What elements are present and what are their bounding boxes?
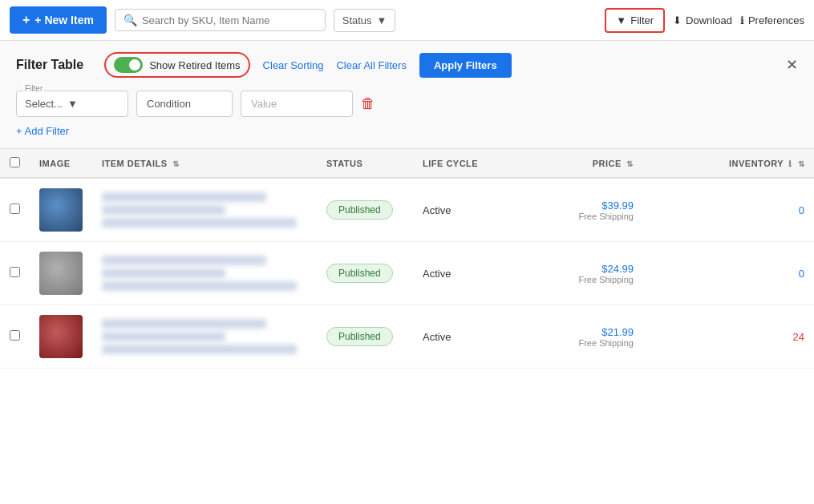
download-label: Download: [686, 14, 732, 26]
status-badge-2: Published: [326, 264, 393, 283]
show-retired-toggle[interactable]: [114, 57, 143, 73]
row-checkbox-3[interactable]: [10, 330, 20, 341]
table-row: Published Active $39.99 Free Shipping 0: [0, 178, 814, 242]
filter-label: Filter: [630, 14, 654, 26]
free-shipping-label-1: Free Shipping: [519, 212, 634, 221]
filter-field-label: Filter: [23, 84, 44, 93]
table-row: Published Active $24.99 Free Shipping 0: [0, 242, 814, 305]
close-filter-panel-button[interactable]: ✕: [786, 56, 798, 74]
status-badge-3: Published: [326, 327, 393, 346]
inventory-value-1: 0: [799, 204, 804, 216]
inventory-info-icon: ℹ: [788, 159, 792, 168]
row-inventory-cell: 0: [643, 242, 814, 305]
filter-panel: Filter Table Show Retired Items Clear So…: [0, 41, 814, 149]
search-box: 🔍: [115, 9, 326, 31]
filter-value-input[interactable]: Value: [241, 91, 353, 117]
row-inventory-cell: 0: [643, 178, 814, 242]
status-dropdown[interactable]: Status ▼: [334, 9, 396, 32]
status-label: Status: [342, 14, 372, 26]
show-retired-label: Show Retired Items: [149, 59, 240, 71]
row-checkbox-cell: [0, 305, 30, 369]
download-button[interactable]: ⬇ Download: [673, 14, 732, 26]
filter-panel-header: Filter Table Show Retired Items Clear So…: [16, 52, 798, 78]
item-detail-line-2: [102, 205, 225, 215]
filter-panel-title: Filter Table: [16, 58, 83, 72]
price-sort-icon: ⇅: [626, 159, 634, 168]
row-lifecycle-cell: Active: [413, 178, 509, 242]
row-checkbox-cell: [0, 242, 30, 305]
free-shipping-label-3: Free Shipping: [519, 338, 634, 348]
row-image-cell: [30, 242, 92, 305]
item-image-1: [39, 188, 83, 232]
item-image-2: [39, 252, 83, 295]
item-detail-line-1: [102, 192, 266, 202]
item-detail-line-3: [102, 345, 297, 354]
price-value-2: $24.99: [519, 263, 634, 275]
row-checkbox-2[interactable]: [10, 267, 20, 277]
new-item-button[interactable]: + + New Item: [10, 6, 107, 34]
col-item-details[interactable]: ITEM DETAILS ⇅: [92, 149, 317, 178]
row-item-details-cell: [92, 178, 317, 242]
row-price-cell: $24.99 Free Shipping: [509, 242, 643, 305]
row-status-cell: Published: [317, 178, 413, 242]
row-checkbox-cell: [0, 178, 30, 242]
col-life-cycle: LIFE CYCLE: [413, 149, 509, 178]
row-status-cell: Published: [317, 242, 413, 305]
col-status: STATUS: [317, 149, 413, 178]
table-row: Published Active $21.99 Free Shipping 24: [0, 305, 814, 369]
search-icon: 🔍: [124, 14, 137, 26]
filter-condition-input[interactable]: Condition: [136, 91, 233, 117]
row-price-cell: $21.99 Free Shipping: [509, 305, 643, 369]
chevron-down-icon: ▼: [377, 14, 387, 26]
item-detail-line-3: [102, 281, 297, 291]
toolbar: + + New Item 🔍 Status ▼ ▼ Filter ⬇ Downl…: [0, 0, 814, 41]
filter-select[interactable]: Select... ▼: [25, 98, 119, 110]
add-filter-button[interactable]: + Add Filter: [16, 125, 69, 137]
filter-icon: ▼: [616, 14, 626, 26]
price-value-1: $39.99: [519, 200, 634, 212]
plus-icon: +: [22, 13, 30, 27]
status-badge-1: Published: [326, 200, 393, 220]
item-detail-line-1: [102, 319, 266, 329]
clear-all-filters-button[interactable]: Clear All Filters: [336, 59, 406, 71]
new-item-label: + New Item: [34, 14, 94, 26]
row-item-details-cell: [92, 305, 317, 369]
col-inventory[interactable]: INVENTORY ℹ ⇅: [643, 149, 814, 178]
item-detail-line-2: [102, 268, 225, 278]
table-container: IMAGE ITEM DETAILS ⇅ STATUS LIFE CYCLE P…: [0, 149, 814, 369]
col-image: IMAGE: [30, 149, 92, 178]
col-price[interactable]: PRICE ⇅: [509, 149, 643, 178]
inventory-value-2: 0: [799, 268, 804, 280]
info-circle-icon: ℹ: [740, 14, 744, 26]
filter-row: Filter Select... ▼ Condition Value 🗑: [16, 91, 798, 117]
item-detail-line-3: [102, 218, 297, 228]
row-lifecycle-cell: Active: [413, 305, 509, 369]
preferences-label: Preferences: [748, 14, 804, 26]
download-icon: ⬇: [673, 14, 682, 26]
row-lifecycle-cell: Active: [413, 242, 509, 305]
row-item-details-cell: [92, 242, 317, 305]
apply-filters-button[interactable]: Apply Filters: [419, 53, 512, 78]
preferences-button[interactable]: ℹ Preferences: [740, 14, 804, 26]
item-detail-line-2: [102, 332, 225, 341]
row-checkbox-1[interactable]: [10, 204, 20, 214]
inventory-value-3: 24: [793, 331, 804, 343]
select-all-checkbox[interactable]: [10, 157, 20, 167]
item-details-sort-icon: ⇅: [172, 159, 180, 168]
row-inventory-cell: 24: [643, 305, 814, 369]
filter-select-box[interactable]: Filter Select... ▼: [16, 91, 128, 117]
search-input[interactable]: [142, 14, 317, 26]
item-detail-line-1: [102, 256, 266, 265]
chevron-down-icon: ▼: [67, 98, 78, 110]
row-image-cell: [30, 178, 92, 242]
price-value-3: $21.99: [519, 326, 634, 338]
row-image-cell: [30, 305, 92, 369]
row-status-cell: Published: [317, 305, 413, 369]
table-header-row: IMAGE ITEM DETAILS ⇅ STATUS LIFE CYCLE P…: [0, 149, 814, 178]
row-price-cell: $39.99 Free Shipping: [509, 178, 643, 242]
show-retired-toggle-container: Show Retired Items: [104, 52, 249, 78]
clear-sorting-button[interactable]: Clear Sorting: [263, 59, 324, 71]
filter-select-placeholder: Select...: [25, 98, 63, 110]
delete-filter-button[interactable]: 🗑: [361, 95, 375, 112]
filter-button[interactable]: ▼ Filter: [605, 8, 665, 33]
